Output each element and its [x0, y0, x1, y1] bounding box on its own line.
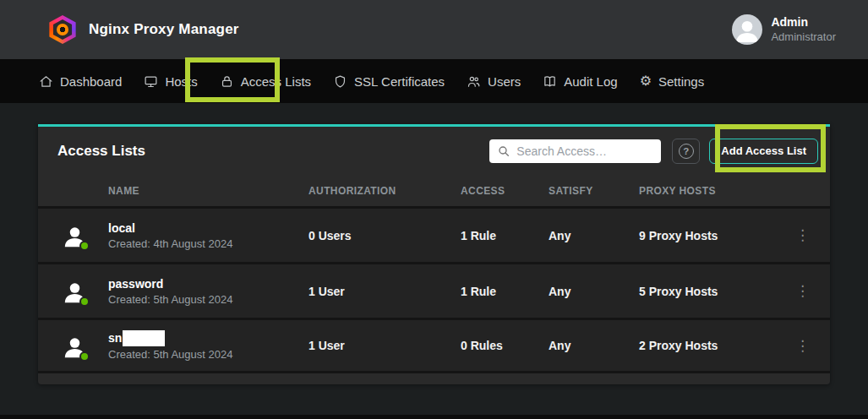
- access-value: 0 Rules: [461, 339, 549, 352]
- status-dot: [79, 351, 90, 362]
- column-header-access: ACCESS: [461, 185, 549, 197]
- shield-icon: [333, 74, 347, 89]
- table-row[interactable]: password Created: 5th August 2024 1 User…: [38, 262, 830, 318]
- access-lists-panel: Access Lists ? Add Access List NAME AUTH…: [38, 124, 830, 384]
- table-row[interactable]: sn Created: 5th August 2024 1 User 0 Rul…: [38, 318, 830, 373]
- column-header-authorization: AUTHORIZATION: [308, 185, 461, 197]
- access-list-name: local: [108, 220, 308, 236]
- nav-item-access-lists[interactable]: Access Lists: [220, 74, 311, 89]
- proxy-hosts-value: 2 Proxy Hosts: [639, 339, 770, 352]
- page-title: Access Lists: [57, 143, 145, 160]
- satisfy-value: Any: [549, 339, 639, 352]
- row-actions-kebab-icon[interactable]: ⋮: [770, 339, 830, 353]
- nav-item-audit-log[interactable]: Audit Log: [543, 74, 617, 89]
- created-date: Created: 5th August 2024: [108, 348, 308, 361]
- help-icon: ?: [679, 144, 694, 159]
- column-header-name: NAME: [108, 185, 308, 197]
- row-actions-kebab-icon[interactable]: ⋮: [770, 284, 830, 298]
- access-list-name: password: [108, 276, 308, 291]
- satisfy-value: Any: [549, 229, 639, 242]
- column-header-proxy-hosts: PROXY HOSTS: [639, 185, 770, 197]
- app-logo-icon: [48, 15, 77, 44]
- lock-icon: [220, 74, 234, 89]
- main-nav: Dashboard Hosts Access Lists SSL Certifi…: [0, 59, 868, 103]
- app-header: Nginx Proxy Manager Admin Administrator: [0, 0, 868, 59]
- authorization-value: 1 User: [308, 339, 461, 352]
- nav-item-dashboard[interactable]: Dashboard: [39, 74, 122, 89]
- home-icon: [39, 74, 53, 89]
- user-role: Administrator: [771, 30, 836, 44]
- gear-icon: ⚙: [640, 74, 652, 88]
- bottom-edge-strip: [0, 415, 868, 419]
- user-menu[interactable]: Admin Administrator: [732, 14, 836, 45]
- row-actions-kebab-icon[interactable]: ⋮: [770, 228, 830, 242]
- monitor-icon: [144, 74, 158, 89]
- book-icon: [543, 74, 557, 89]
- add-access-list-button[interactable]: Add Access List: [709, 139, 818, 164]
- table-header: NAME AUTHORIZATION ACCESS SATISFY PROXY …: [38, 175, 830, 206]
- search-input[interactable]: [516, 144, 653, 158]
- satisfy-value: Any: [549, 285, 639, 298]
- users-icon: [467, 74, 481, 89]
- nav-item-ssl-certificates[interactable]: SSL Certificates: [333, 74, 445, 89]
- redaction-box: [123, 330, 165, 346]
- table-row[interactable]: local Created: 4th August 2024 0 Users 1…: [38, 206, 830, 262]
- status-dot: [79, 241, 90, 251]
- nav-item-settings[interactable]: ⚙ Settings: [640, 74, 705, 89]
- authorization-value: 1 User: [308, 285, 461, 298]
- status-dot: [79, 297, 90, 307]
- created-date: Created: 5th August 2024: [108, 293, 308, 306]
- nav-item-users[interactable]: Users: [467, 74, 521, 89]
- proxy-hosts-value: 9 Proxy Hosts: [639, 229, 770, 242]
- user-avatar: [732, 14, 762, 45]
- search-box: [489, 139, 661, 163]
- access-value: 1 Rule: [461, 229, 549, 242]
- authorization-value: 0 Users: [308, 229, 461, 242]
- column-header-satisfy: SATISFY: [549, 185, 639, 197]
- table-body: local Created: 4th August 2024 0 Users 1…: [38, 206, 830, 373]
- user-name: Admin: [771, 15, 836, 30]
- nav-item-hosts[interactable]: Hosts: [144, 74, 197, 89]
- access-list-name: sn: [108, 330, 308, 346]
- search-icon: [497, 144, 510, 158]
- created-date: Created: 4th August 2024: [108, 237, 308, 250]
- help-button[interactable]: ?: [672, 139, 700, 164]
- access-value: 1 Rule: [461, 285, 549, 298]
- app-title: Nginx Proxy Manager: [89, 21, 239, 38]
- proxy-hosts-value: 5 Proxy Hosts: [639, 285, 770, 298]
